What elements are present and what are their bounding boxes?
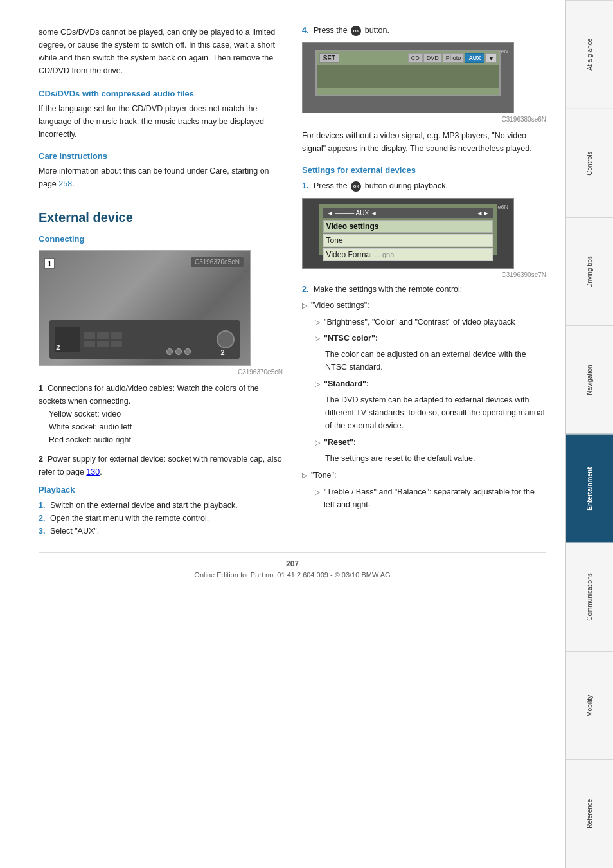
sidebar-label-communications: Communications bbox=[586, 573, 593, 620]
badge-2-right: 2 bbox=[221, 348, 225, 356]
intro-text: some CDs/DVDs cannot be played, can only… bbox=[39, 26, 283, 77]
item2-link[interactable]: 130 bbox=[86, 467, 100, 476]
sidebar-label-driving-tips: Driving tips bbox=[586, 256, 593, 287]
badge-2-label: 2 bbox=[56, 343, 60, 351]
connecting-list: 1 Connections for audio/video cables: Wa… bbox=[39, 382, 283, 478]
sub-arrow-icon-3: ▷ bbox=[315, 379, 320, 390]
sub-standard-text: The DVD system can be adapted to externa… bbox=[325, 393, 546, 432]
vs-item3-detail: ... gnal bbox=[375, 251, 396, 258]
settings-step1-text: Press the bbox=[314, 181, 348, 190]
sidebar: At a glance Controls Driving tips Naviga… bbox=[565, 0, 613, 868]
care-text: More information about this can be found… bbox=[39, 165, 283, 190]
sub-ntsc: ▷ "NTSC color": bbox=[315, 332, 546, 345]
sub-reset: ▷ "Reset": bbox=[315, 436, 546, 449]
aux-image-caption: C3196380se6N bbox=[302, 116, 546, 123]
step2-num: 2. bbox=[39, 514, 45, 523]
playback-step4: 4. Press the button. bbox=[302, 26, 546, 36]
sub-ntsc-text: The color can be adjusted on an external… bbox=[325, 348, 546, 374]
below-aux-text: For devices without a video signal, e.g.… bbox=[302, 129, 546, 155]
sub-standard: ▷ "Standard": bbox=[315, 377, 546, 390]
step4-text: Press the bbox=[314, 26, 348, 35]
main-content: some CDs/DVDs cannot be played, can only… bbox=[0, 0, 565, 868]
divider bbox=[39, 201, 283, 201]
sub-reset-text: The settings are reset to the default va… bbox=[325, 452, 546, 465]
stereo-buttons-row1 bbox=[84, 332, 213, 339]
playback-heading: Playback bbox=[39, 485, 283, 494]
aux-screen-image: C3196370e5eN SET CD DVD Photo AUX ▼ bbox=[302, 42, 514, 113]
playback-step2: 2. Open the start menu with the remote c… bbox=[39, 514, 283, 523]
sidebar-tab-driving-tips[interactable]: Driving tips bbox=[566, 217, 613, 326]
sub-arrow-icon-5: ▷ bbox=[315, 487, 320, 511]
connecting-item-2: 2 Power supply for external device: sock… bbox=[39, 453, 283, 478]
care-text-after: . bbox=[72, 179, 74, 188]
sub-brightness-text: "Brightness", "Color" and "Contrast" of … bbox=[324, 316, 515, 329]
aux-tabs-bar: CD DVD Photo AUX ▼ bbox=[408, 53, 497, 63]
device-connecting-image: C3196370e5eN bbox=[39, 250, 251, 366]
footer-text: Online Edition for Part no. 01 41 2 604 … bbox=[39, 571, 546, 579]
external-device-title: External device bbox=[39, 210, 283, 225]
sub-treble: ▷ "Treble / Bass" and "Balance": separat… bbox=[315, 485, 546, 511]
aux-tab-dvd: DVD bbox=[423, 53, 442, 63]
step4-num: 4. bbox=[302, 26, 308, 35]
stereo-buttons-row2 bbox=[84, 341, 213, 347]
sidebar-tab-entertainment[interactable]: Entertainment bbox=[566, 434, 613, 543]
aux-tab-photo: Photo bbox=[443, 53, 465, 63]
care-heading: Care instructions bbox=[39, 151, 283, 161]
arrow-video-label: "Video settings": bbox=[311, 299, 369, 312]
sidebar-tab-communications[interactable]: Communications bbox=[566, 543, 613, 651]
step4-text2: button. bbox=[365, 26, 389, 35]
vs-item2: Tone bbox=[323, 234, 493, 247]
sidebar-tab-at-a-glance[interactable]: At a glance bbox=[566, 0, 613, 109]
connecting-heading: Connecting bbox=[39, 234, 283, 244]
aux-set-label: SET bbox=[319, 53, 339, 63]
aux-nav-arrow: ▼ bbox=[485, 53, 497, 63]
item1-detail3: Red socket: audio right bbox=[49, 433, 283, 446]
step1-num: 1. bbox=[39, 501, 45, 510]
settings-heading: Settings for external devices bbox=[302, 165, 546, 175]
vs-header-bar: ◄ ——— AUX ◄ ◄► bbox=[323, 208, 493, 218]
sidebar-tab-reference[interactable]: Reference bbox=[566, 759, 613, 868]
settings-step2: 2. Make the settings with the remote con… bbox=[302, 285, 546, 294]
vs-header-left: ◄ ——— AUX ◄ bbox=[327, 210, 377, 217]
playback-step3: 3. Select "AUX". bbox=[39, 527, 283, 536]
sub-standard-label: "Standard": bbox=[324, 377, 369, 390]
settings-step2-text: Make the settings with the remote contro… bbox=[314, 285, 462, 294]
item2-num: 2 bbox=[39, 455, 43, 464]
image-ref1: C3196370e5eN bbox=[191, 257, 244, 267]
settings-step1-text2: button during playback. bbox=[365, 181, 448, 190]
sidebar-tab-controls[interactable]: Controls bbox=[566, 109, 613, 217]
aux-bg: C3196370e5eN SET CD DVD Photo AUX ▼ bbox=[303, 43, 513, 113]
sidebar-label-reference: Reference bbox=[586, 799, 593, 829]
care-link[interactable]: 258 bbox=[58, 179, 72, 188]
sub-treble-text: "Treble / Bass" and "Balance": separatel… bbox=[324, 485, 546, 511]
step3-num: 3. bbox=[39, 527, 45, 536]
ok-button-icon-settings bbox=[351, 181, 361, 192]
step3-text: Select "AUX". bbox=[50, 527, 99, 536]
settings-step2-num: 2. bbox=[302, 285, 308, 294]
page-container: some CDs/DVDs cannot be played, can only… bbox=[0, 0, 613, 868]
settings-step1-num: 1. bbox=[302, 181, 308, 190]
item1-text: Connections for audio/video cables: Watc… bbox=[39, 384, 259, 406]
sub-arrow-icon-2: ▷ bbox=[315, 333, 320, 345]
playback-list: 1. Switch on the external device and sta… bbox=[39, 501, 283, 536]
stereo-knob bbox=[217, 330, 235, 348]
stereo-buttons-area bbox=[84, 332, 213, 347]
item2-text-after: . bbox=[100, 467, 102, 476]
connecting-item-1: 1 Connections for audio/video cables: Wa… bbox=[39, 382, 283, 446]
page-footer: 207 Online Edition for Part no. 01 41 2 … bbox=[39, 552, 546, 579]
playback-step1: 1. Switch on the external device and sta… bbox=[39, 501, 283, 510]
aux-screen-area: SET CD DVD Photo AUX ▼ bbox=[315, 50, 501, 96]
step2-text: Open the start menu with the remote cont… bbox=[50, 514, 209, 523]
sidebar-tab-mobility[interactable]: Mobility bbox=[566, 651, 613, 760]
sub-arrow-icon-1: ▷ bbox=[315, 317, 320, 329]
left-column: some CDs/DVDs cannot be played, can only… bbox=[39, 26, 283, 539]
item1-details: Yellow socket: video White socket: audio… bbox=[49, 408, 283, 446]
sidebar-label-at-a-glance: At a glance bbox=[586, 39, 593, 71]
sidebar-label-controls: Controls bbox=[586, 151, 593, 175]
vs-item3: Video Format ... gnal bbox=[323, 248, 493, 261]
stereo-panel bbox=[49, 320, 239, 359]
item2-text: Power supply for external device: socket… bbox=[39, 455, 282, 476]
sidebar-tab-navigation[interactable]: Navigation bbox=[566, 325, 613, 434]
vs-item3-text: Video Format bbox=[326, 250, 373, 259]
compressed-text: If the language set for the CD/DVD playe… bbox=[39, 102, 283, 141]
